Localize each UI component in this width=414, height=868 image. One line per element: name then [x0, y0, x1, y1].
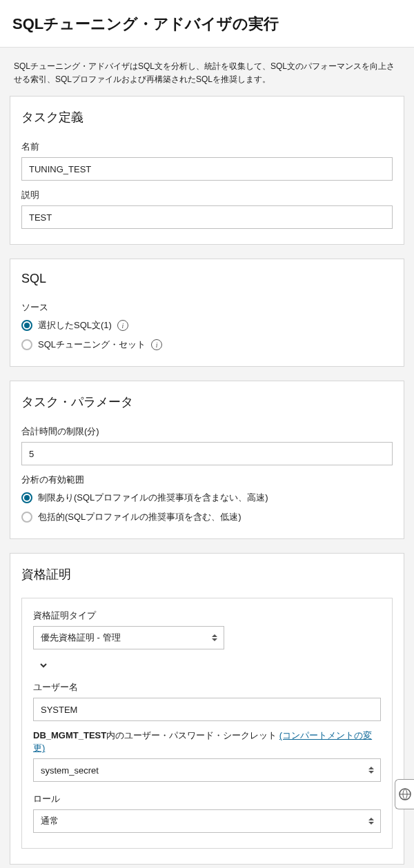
radio-label-selected-sql: 選択したSQL文(1) — [38, 319, 112, 332]
radio-row-tuning-set[interactable]: SQLチューニング・セット i — [21, 339, 393, 351]
panel-heading-task-def: タスク定義 — [21, 109, 393, 125]
side-dock-icon[interactable] — [395, 779, 414, 809]
label-time-limit: 合計時間の制限(分) — [21, 425, 393, 438]
radio-scope-comprehensive[interactable] — [21, 512, 32, 523]
input-task-name[interactable] — [21, 157, 393, 181]
credentials-inner: 資格証明タイプ 優先資格証明 - 管理 ユーザー名 DB_MGMT_TEST内の… — [21, 598, 393, 849]
select-cred-type[interactable]: 優先資格証明 - 管理 — [33, 626, 224, 649]
secret-db-name: DB_MGMT_TEST — [33, 730, 106, 740]
select-role-display[interactable]: 通常 — [33, 809, 381, 833]
label-cred-type: 資格証明タイプ — [33, 609, 381, 622]
select-secret[interactable]: system_secret — [33, 758, 381, 782]
panel-heading-credentials: 資格証明 — [21, 566, 393, 583]
label-role: ロール — [33, 793, 381, 805]
radio-scope-limited[interactable] — [21, 492, 32, 503]
radio-tuning-set[interactable] — [21, 339, 32, 350]
radio-row-selected-sql[interactable]: 選択したSQL文(1) i — [21, 319, 393, 332]
radio-label-scope-comprehensive: 包括的(SQLプロファイルの推奨事項を含む、低速) — [38, 511, 241, 523]
panel-credentials: 資格証明 資格証明タイプ 優先資格証明 - 管理 ユーザー名 DB_MGMT_T… — [10, 553, 404, 865]
radio-label-scope-limited: 制限あり(SQLプロファイルの推奨事項を含まない、高速) — [38, 492, 268, 504]
radio-label-tuning-set: SQLチューニング・セット — [38, 339, 146, 351]
radio-selected-sql[interactable] — [21, 320, 32, 331]
label-task-desc: 説明 — [21, 189, 393, 201]
main-content: SQLチューニング・アドバイザはSQL文を分析し、統計を収集して、SQL文のパフ… — [0, 48, 414, 865]
info-icon[interactable]: i — [117, 320, 128, 331]
input-username[interactable] — [33, 698, 381, 721]
label-task-name: 名前 — [21, 141, 393, 153]
info-icon[interactable]: i — [151, 339, 162, 350]
title-bar: SQLチューニング・アドバイザの実行 — [0, 0, 414, 48]
label-username: ユーザー名 — [33, 681, 381, 694]
intro-text: SQLチューニング・アドバイザはSQL文を分析し、統計を収集して、SQL文のパフ… — [14, 60, 402, 86]
label-source: ソース — [21, 301, 393, 314]
select-cred-type-display[interactable]: 優先資格証明 - 管理 — [33, 626, 224, 649]
panel-heading-sql: SQL — [21, 272, 393, 286]
label-secret: DB_MGMT_TEST内のユーザー・パスワード・シークレット (コンパートメン… — [33, 729, 381, 754]
secret-suffix: 内のユーザー・パスワード・シークレット — [106, 730, 279, 740]
expand-chevron-icon[interactable] — [39, 660, 48, 670]
input-time-limit[interactable] — [21, 442, 393, 465]
select-secret-display[interactable]: system_secret — [33, 758, 381, 782]
panel-heading-params: タスク・パラメータ — [21, 394, 393, 410]
panel-task-definition: タスク定義 名前 説明 — [10, 96, 404, 245]
panel-task-parameters: タスク・パラメータ 合計時間の制限(分) 分析の有効範囲 制限あり(SQLプロフ… — [10, 381, 404, 539]
input-task-desc[interactable] — [21, 205, 393, 229]
label-scope: 分析の有効範囲 — [21, 474, 393, 486]
panel-sql: SQL ソース 選択したSQL文(1) i SQLチューニング・セット i — [10, 259, 404, 367]
select-role[interactable]: 通常 — [33, 809, 381, 833]
radio-row-scope-limited[interactable]: 制限あり(SQLプロファイルの推奨事項を含まない、高速) — [21, 492, 393, 504]
page-title: SQLチューニング・アドバイザの実行 — [12, 14, 402, 34]
radio-row-scope-comprehensive[interactable]: 包括的(SQLプロファイルの推奨事項を含む、低速) — [21, 511, 393, 523]
